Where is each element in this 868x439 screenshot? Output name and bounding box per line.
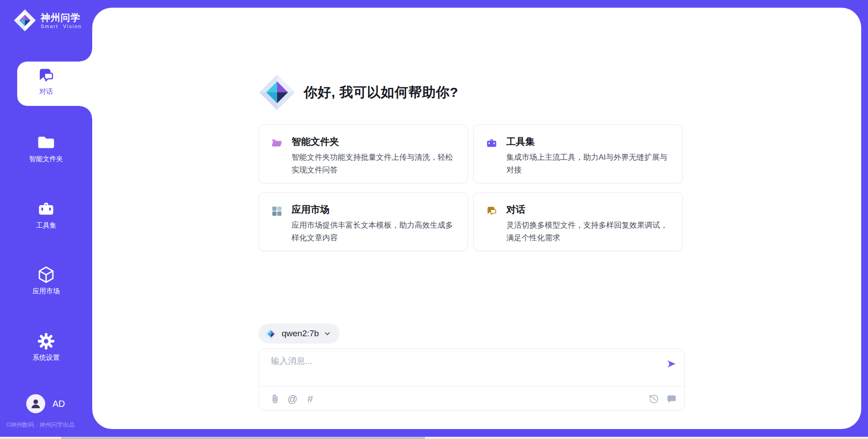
open-folder-icon bbox=[271, 137, 283, 149]
card-description: 应用市场提供丰富长文本模板，助力高效生成多样化文章内容 bbox=[292, 219, 458, 244]
model-name: qwen2:7b bbox=[282, 329, 319, 339]
card-title: 应用市场 bbox=[292, 203, 330, 216]
grid-icon bbox=[271, 205, 283, 217]
main-panel: 你好, 我可以如何帮助你? 智能文件夹 智能文件夹功能支持批量文件上传与清洗，轻… bbox=[92, 8, 861, 429]
card-description: 灵活切换多模型文件，支持多样回复效果调试，满足个性化需求 bbox=[506, 219, 673, 244]
brand-subtitle: Smart Vision bbox=[41, 24, 82, 29]
toolbox-icon bbox=[486, 137, 498, 149]
history-button[interactable] bbox=[648, 393, 660, 405]
avatar bbox=[26, 394, 45, 413]
hash-icon: # bbox=[307, 394, 313, 404]
mention-button[interactable]: @ bbox=[287, 393, 298, 405]
comment-icon bbox=[666, 394, 677, 404]
model-diamond-icon bbox=[265, 328, 277, 340]
chat-icon bbox=[486, 205, 498, 217]
card-toolset[interactable]: 工具集 集成市场上主流工具，助力AI与外界无缝扩展与对接 bbox=[473, 124, 683, 183]
attach-file-button[interactable] bbox=[269, 393, 281, 405]
sidebar-item-label: 系统设置 bbox=[33, 353, 60, 362]
model-selector[interactable]: qwen2:7b bbox=[259, 324, 340, 344]
toolbox-icon bbox=[37, 200, 56, 219]
sidebar-item-label: 智能文件夹 bbox=[29, 155, 63, 163]
user-name: AD bbox=[52, 399, 65, 409]
send-button[interactable] bbox=[664, 357, 678, 372]
user-account[interactable]: AD bbox=[26, 394, 65, 413]
message-input[interactable] bbox=[271, 355, 651, 382]
chevron-down-icon bbox=[323, 329, 331, 338]
greeting-text: 你好, 我可以如何帮助你? bbox=[304, 83, 458, 102]
sidebar-item-label: 工具集 bbox=[36, 221, 57, 230]
sidebar-item-app-market[interactable]: 应用市场 bbox=[0, 265, 92, 296]
card-title: 对话 bbox=[506, 203, 525, 216]
greeting-section: 你好, 我可以如何帮助你? bbox=[259, 74, 458, 111]
card-description: 集成市场上主流工具，助力AI与外界无缝扩展与对接 bbox=[506, 151, 673, 177]
composer-divider bbox=[259, 386, 684, 387]
hash-button[interactable]: # bbox=[304, 393, 316, 405]
brand-diamond-icon bbox=[14, 9, 36, 32]
folder-icon bbox=[37, 133, 56, 152]
app-logo: 神州问学 Smart Vision bbox=[14, 9, 82, 32]
composer-toolbar: @ # bbox=[269, 391, 677, 406]
send-icon bbox=[665, 358, 677, 370]
user-avatar-icon bbox=[29, 397, 42, 410]
copyright-footer: ©神州数码 · 神州问学出品 bbox=[6, 421, 75, 429]
bubble-notch-bottom bbox=[80, 106, 92, 119]
sidebar-item-smart-folder[interactable]: 智能文件夹 bbox=[0, 133, 92, 163]
sidebar-item-chat[interactable]: 对话 bbox=[0, 66, 92, 96]
card-chat[interactable]: 对话 灵活切换多模型文件，支持多样回复效果调试，满足个性化需求 bbox=[473, 192, 683, 251]
card-description: 智能文件夹功能支持批量文件上传与清洗，轻松实现文件问答 bbox=[292, 151, 458, 177]
chat-icon bbox=[37, 66, 56, 85]
message-composer: @ # bbox=[259, 348, 685, 411]
card-smart-folder[interactable]: 智能文件夹 智能文件夹功能支持批量文件上传与清洗，轻松实现文件问答 bbox=[259, 124, 468, 183]
card-title: 智能文件夹 bbox=[292, 135, 339, 148]
bubble-notch-top bbox=[80, 49, 92, 62]
sidebar-item-label: 对话 bbox=[39, 87, 53, 96]
gear-icon bbox=[37, 332, 56, 351]
feature-cards: 智能文件夹 智能文件夹功能支持批量文件上传与清洗，轻松实现文件问答 工具集 集成… bbox=[259, 124, 685, 251]
sidebar-item-settings[interactable]: 系统设置 bbox=[0, 332, 92, 362]
brand-name: 神州问学 bbox=[41, 12, 82, 24]
card-app-market[interactable]: 应用市场 应用市场提供丰富长文本模板，助力高效生成多样化文章内容 bbox=[259, 192, 468, 251]
comment-button[interactable] bbox=[665, 393, 677, 405]
scrollbar-thumb[interactable] bbox=[61, 437, 425, 439]
history-icon bbox=[649, 394, 659, 404]
attachment-icon bbox=[270, 394, 280, 404]
horizontal-scrollbar bbox=[0, 437, 868, 439]
sidebar: 神州问学 Smart Vision 对话 智能文件夹 工具集 bbox=[0, 0, 92, 439]
cube-icon bbox=[37, 265, 56, 284]
sidebar-item-toolset[interactable]: 工具集 bbox=[0, 200, 92, 230]
mention-icon: @ bbox=[288, 394, 297, 404]
card-title: 工具集 bbox=[506, 135, 535, 148]
assistant-diamond-icon bbox=[259, 74, 296, 111]
sidebar-item-label: 应用市场 bbox=[33, 287, 60, 296]
